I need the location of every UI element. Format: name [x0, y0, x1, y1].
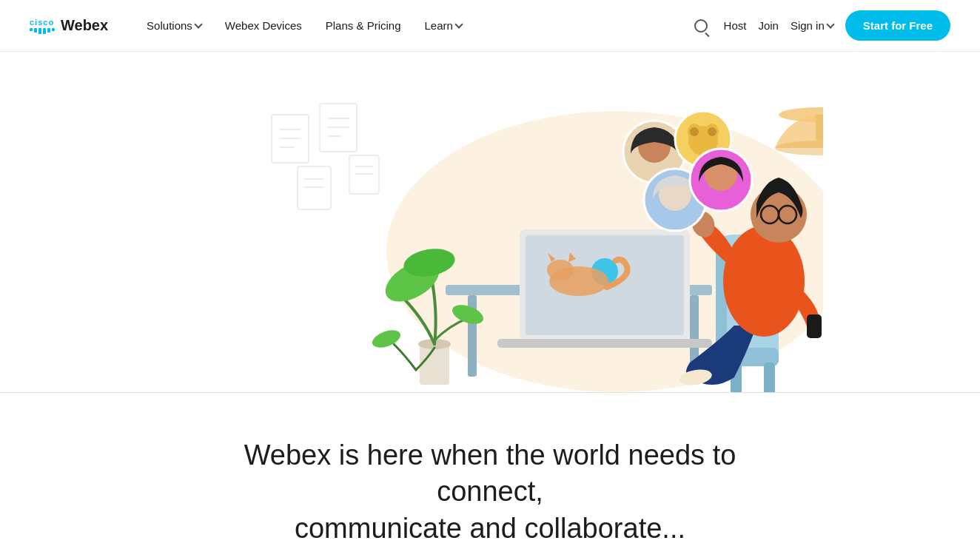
svg-point-53: [690, 127, 699, 136]
learn-chevron-icon: [454, 20, 463, 28]
navbar: cisco Webex Solutions Webex Devices Plan…: [0, 0, 980, 52]
illustration-area: [0, 52, 980, 392]
host-link[interactable]: Host: [724, 19, 747, 32]
start-free-button[interactable]: Start for Free: [845, 10, 950, 41]
search-button[interactable]: [690, 15, 712, 37]
svg-rect-24: [497, 339, 712, 348]
join-link[interactable]: Join: [758, 19, 779, 32]
bar6: [52, 28, 55, 31]
nav-webex-devices[interactable]: Webex Devices: [216, 13, 311, 38]
svg-point-54: [708, 127, 716, 136]
main-heading: Webex is here when the world needs to co…: [209, 437, 771, 547]
nav-learn[interactable]: Learn: [415, 13, 470, 38]
bar4: [43, 28, 46, 34]
bar1: [30, 28, 33, 31]
bar2: [34, 28, 37, 33]
cisco-bars: [30, 28, 55, 34]
svg-rect-27: [420, 344, 449, 385]
hero-section: [0, 52, 980, 392]
signin-chevron-icon: [826, 20, 834, 28]
bar3: [38, 28, 41, 34]
nav-solutions[interactable]: Solutions: [138, 13, 210, 38]
nav-links: Solutions Webex Devices Plans & Pricing …: [138, 13, 689, 38]
solutions-chevron-icon: [194, 20, 202, 28]
content-section: Webex is here when the world needs to co…: [0, 422, 980, 549]
cisco-logo: cisco: [30, 18, 55, 34]
bar5: [47, 28, 50, 33]
logo-link[interactable]: cisco Webex: [30, 17, 108, 34]
nav-plans-pricing[interactable]: Plans & Pricing: [317, 13, 410, 38]
hero-illustration: [157, 52, 823, 392]
svg-point-38: [723, 226, 805, 337]
svg-point-26: [547, 260, 574, 280]
signin-button[interactable]: Sign in: [791, 19, 833, 32]
section-divider: [0, 392, 980, 393]
svg-rect-36: [764, 363, 775, 392]
svg-rect-44: [807, 314, 822, 338]
webex-logo-text: Webex: [61, 17, 108, 34]
nav-right: Host Join Sign in Start for Free: [690, 10, 950, 41]
search-icon: [694, 19, 708, 33]
